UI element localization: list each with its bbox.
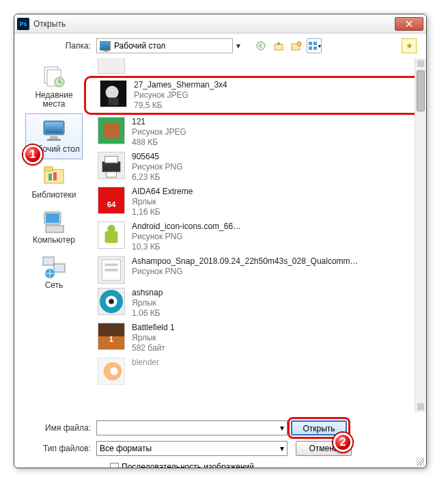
file-name: AIDA64 Extreme bbox=[132, 187, 193, 197]
sequence-label: Последовательность изображений bbox=[122, 462, 254, 468]
svg-rect-1 bbox=[275, 44, 283, 50]
svg-rect-23 bbox=[54, 264, 65, 272]
file-type: Ярлык bbox=[132, 333, 175, 343]
places-sidebar: Недавние места Рабочий стол 1 Библиотеки… bbox=[24, 58, 84, 412]
list-item[interactable]: ashsnap Ярлык 1,06 КБ bbox=[84, 286, 426, 321]
folder-label: Папка: bbox=[14, 41, 96, 51]
desktop-icon bbox=[40, 118, 68, 143]
combo-arrow-icon[interactable]: ▾ bbox=[233, 41, 244, 51]
file-name: ashsnap bbox=[132, 288, 163, 298]
file-thumb bbox=[98, 256, 125, 284]
file-type: Ярлык bbox=[132, 298, 163, 308]
sidebar-item-label: Сеть bbox=[27, 281, 81, 290]
favorites-icon[interactable]: ★ bbox=[402, 38, 417, 53]
window-title: Открыть bbox=[33, 19, 395, 29]
filetype-combo[interactable]: Все форматы▾ bbox=[96, 441, 288, 456]
list-item[interactable]: 64 AIDA64 Extreme Ярлык 1,16 КБ bbox=[84, 185, 426, 219]
file-name: Android_icon-icons.com_66… bbox=[132, 221, 241, 232]
svg-rect-14 bbox=[47, 139, 61, 141]
sidebar-item-libraries[interactable]: Библиотеки bbox=[25, 159, 83, 204]
file-name: Ashampoo_Snap_2018.09.24_22h50m43s_028_Q… bbox=[132, 256, 359, 267]
svg-rect-13 bbox=[50, 136, 58, 139]
close-button[interactable] bbox=[395, 17, 423, 31]
callout-badge-2: 2 bbox=[333, 433, 352, 452]
svg-point-0 bbox=[257, 42, 265, 50]
file-name: blender bbox=[132, 358, 159, 368]
sidebar-item-network[interactable]: Сеть bbox=[25, 250, 83, 295]
svg-rect-17 bbox=[48, 174, 52, 180]
new-folder-icon[interactable] bbox=[289, 38, 304, 53]
view-icon[interactable]: ▾ bbox=[307, 38, 322, 53]
file-size: 1,06 КБ bbox=[132, 308, 163, 319]
list-item[interactable]: blender bbox=[84, 355, 426, 387]
file-name: 27_James_Sherman_3x4 bbox=[134, 80, 227, 90]
svg-rect-27 bbox=[108, 98, 118, 105]
file-list[interactable]: 34,3 КБ 27_James_Sherman_3x4 Рисунок JPE… bbox=[84, 58, 426, 412]
sidebar-item-desktop[interactable]: Рабочий стол 1 bbox=[25, 113, 83, 159]
list-item[interactable]: Ashampoo_Snap_2018.09.24_22h50m43s_028_Q… bbox=[84, 254, 426, 286]
file-thumb bbox=[98, 117, 125, 144]
sidebar-item-label: Недавние места bbox=[27, 91, 81, 109]
svg-rect-6 bbox=[309, 46, 312, 50]
folder-combo[interactable]: Рабочий стол bbox=[96, 38, 233, 53]
sidebar-item-computer[interactable]: Компьютер bbox=[25, 204, 83, 250]
sidebar-item-label: Компьютер bbox=[27, 236, 81, 245]
file-thumb bbox=[98, 221, 125, 249]
svg-point-3 bbox=[297, 42, 301, 46]
filename-input[interactable]: ▾ bbox=[96, 420, 288, 435]
svg-rect-40 bbox=[105, 269, 118, 271]
network-icon bbox=[40, 254, 68, 279]
chevron-down-icon[interactable]: ▾ bbox=[280, 444, 284, 453]
svg-point-26 bbox=[106, 86, 119, 99]
desktop-icon bbox=[100, 41, 111, 51]
svg-rect-22 bbox=[43, 257, 54, 265]
scrollbar-thumb[interactable] bbox=[417, 70, 425, 111]
resize-grip[interactable] bbox=[416, 457, 424, 466]
nav-icons: ▾ bbox=[253, 38, 322, 53]
svg-rect-32 bbox=[106, 172, 116, 178]
file-thumb bbox=[98, 58, 125, 74]
svg-rect-16 bbox=[44, 167, 53, 171]
up-icon[interactable] bbox=[271, 38, 286, 53]
close-icon bbox=[406, 21, 412, 27]
file-thumb bbox=[100, 80, 127, 107]
file-type: Рисунок JPEG bbox=[132, 127, 186, 137]
file-thumb: 64 bbox=[98, 187, 125, 214]
sidebar-item-recent[interactable]: Недавние места bbox=[25, 59, 83, 113]
callout-badge-1: 1 bbox=[23, 145, 42, 164]
svg-rect-20 bbox=[46, 213, 59, 223]
file-size: 488 КБ bbox=[132, 137, 186, 148]
computer-icon bbox=[40, 209, 68, 234]
open-dialog: Ps Открыть Папка: Рабочий стол ▾ ▾ ★ Нед… bbox=[14, 14, 427, 468]
file-name: 905645 bbox=[132, 152, 183, 162]
titlebar: Ps Открыть bbox=[14, 14, 426, 33]
file-type: Рисунок PNG bbox=[132, 267, 359, 277]
list-item[interactable]: 34,3 КБ bbox=[84, 58, 426, 76]
file-size: 582 байт bbox=[132, 343, 175, 353]
folder-toolbar: Папка: Рабочий стол ▾ ▾ ★ bbox=[14, 33, 426, 58]
list-item[interactable]: 905645 Рисунок PNG 6,23 КБ bbox=[84, 150, 426, 185]
list-item[interactable]: 1 Battlefield 1 Ярлык 582 байт bbox=[84, 321, 426, 355]
svg-point-37 bbox=[107, 225, 115, 232]
list-item[interactable]: Android_icon-icons.com_66… Рисунок PNG 1… bbox=[84, 219, 426, 254]
svg-rect-36 bbox=[105, 231, 118, 243]
sequence-checkbox[interactable] bbox=[110, 463, 119, 469]
file-type: Ярлык bbox=[132, 197, 193, 207]
svg-text:64: 64 bbox=[107, 200, 116, 209]
svg-rect-39 bbox=[105, 264, 118, 267]
svg-rect-5 bbox=[313, 42, 317, 45]
list-item[interactable]: 27_James_Sherman_3x4 Рисунок JPEG 79,5 К… bbox=[84, 76, 426, 115]
filename-label: Имя файла: bbox=[14, 423, 96, 433]
file-thumb bbox=[98, 152, 125, 179]
back-icon[interactable] bbox=[253, 38, 268, 53]
file-name: 121 bbox=[132, 117, 186, 127]
list-item[interactable]: 121 Рисунок JPEG 488 КБ bbox=[84, 115, 426, 150]
file-size: 1,16 КБ bbox=[132, 207, 193, 217]
chevron-down-icon[interactable]: ▾ bbox=[280, 423, 284, 433]
scrollbar[interactable] bbox=[415, 58, 426, 412]
svg-point-43 bbox=[109, 299, 114, 304]
open-highlight: Открыть 2 bbox=[288, 417, 350, 439]
file-thumb: 1 bbox=[98, 323, 125, 350]
file-type: Рисунок PNG bbox=[132, 232, 241, 242]
file-size: 10,3 КБ bbox=[132, 242, 241, 252]
